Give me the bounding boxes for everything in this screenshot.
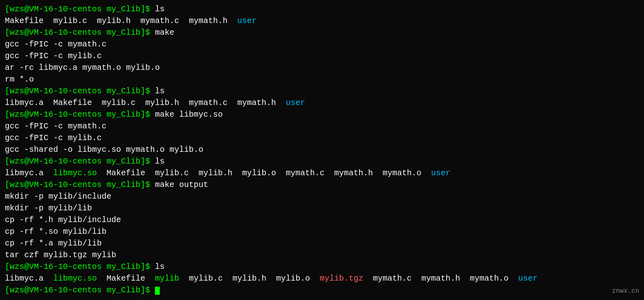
ls-item: user [518,274,537,283]
ls-item: user [286,98,305,107]
terminal-line: cp -rf *.h mylib/include [5,214,639,226]
terminal-line: gcc -shared -o libmyc.so mymath.o mylib.… [5,144,639,155]
command: make [155,28,174,37]
ls-item: user [237,16,257,25]
terminal-line: Makefile mylib.c mylib.h mymath.c mymath… [5,15,639,27]
prompt: [wzs@VM-16-10-centos my_Clib]$ [5,285,155,295]
terminal-line: mkdir -p mylib/include [5,191,639,202]
terminal-line: [wzs@VM-16-10-centos my_Clib]$ ls [5,261,639,273]
ls-item: user [431,168,450,178]
terminal-line: [wzs@VM-16-10-centos my_Clib]$ make [5,27,639,38]
terminal-line: ar -rc libmyc.a mymath.o mylib.o [5,62,639,73]
ls-item: mymath.c mymath.h mymath.o [363,274,518,283]
terminal-line: rm *.o [5,73,639,85]
terminal-line: [wzs@VM-16-10-centos my_Clib]$ ls [5,3,639,15]
terminal-line: gcc -fPIC -c mymath.c [5,38,639,50]
ls-item: libmyc.a [5,168,53,178]
ls-item: Makefile mylib.c mylib.h mymath.c mymath… [5,16,237,25]
command: make libmyc.so [155,110,223,119]
terminal-line: libmyc.a libmyc.so Makefile mylib.c myli… [5,167,639,179]
terminal-line: gcc -fPIC -c mylib.c [5,132,639,144]
terminal-line: cp -rf *.a mylib/lib [5,237,639,249]
prompt: [wzs@VM-16-10-centos my_Clib]$ [5,262,155,271]
prompt: [wzs@VM-16-10-centos my_Clib]$ [5,110,155,119]
command: ls [155,4,165,14]
terminal-line: mkdir -p mylib/lib [5,202,639,214]
prompt: [wzs@VM-16-10-centos my_Clib]$ [5,180,155,189]
command: ls [155,262,165,271]
terminal-line: [wzs@VM-16-10-centos my_Clib]$ make outp… [5,179,639,191]
terminal-line: libmyc.a Makefile mylib.c mylib.h mymath… [5,97,639,109]
terminal-line: [wzs@VM-16-10-centos my_Clib]$ ls [5,155,639,167]
ls-item: Makefile mylib.c mylib.h mylib.o mymath.… [97,168,431,178]
ls-item: libmyc.a Makefile mylib.c mylib.h mymath… [5,98,286,107]
ls-item: libmyc.so [53,168,97,178]
ls-item: Makefile [97,274,155,283]
prompt: [wzs@VM-16-10-centos my_Clib]$ [5,86,155,96]
ls-item: libmyc.a [5,274,53,283]
ls-item: mylib.c mylib.h mylib.o [179,274,320,283]
ls-item: mylib.tgz [320,274,363,283]
ls-item: libmyc.so [53,274,97,283]
terminal-line: gcc -fPIC -c mylib.c [5,50,639,62]
prompt: [wzs@VM-16-10-centos my_Clib]$ [5,4,155,14]
prompt: [wzs@VM-16-10-centos my_Clib]$ [5,28,155,37]
ls-item: mylib [155,274,179,283]
terminal: [wzs@VM-16-10-centos my_Clib]$ lsMakefil… [5,3,639,296]
terminal-line: cp -rf *.so mylib/lib [5,226,639,237]
terminal-line: [wzs@VM-16-10-centos my_Clib]$ ls [5,85,639,97]
terminal-line: [wzs@VM-16-10-centos my_Clib]$ make libm… [5,109,639,120]
command: make output [155,180,208,189]
terminal-line: [wzs@VM-16-10-centos my_Clib]$ [5,284,639,296]
terminal-line: tar czf mylib.tgz mylib [5,249,639,261]
command: ls [155,157,165,166]
prompt: [wzs@VM-16-10-centos my_Clib]$ [5,157,155,166]
terminal-line: libmyc.a libmyc.so Makefile mylib mylib.… [5,273,639,284]
command: ls [155,86,165,96]
watermark: znwx.cn [612,287,639,296]
terminal-line: gcc -fPIC -c mymath.c [5,120,639,132]
cursor [155,287,160,295]
